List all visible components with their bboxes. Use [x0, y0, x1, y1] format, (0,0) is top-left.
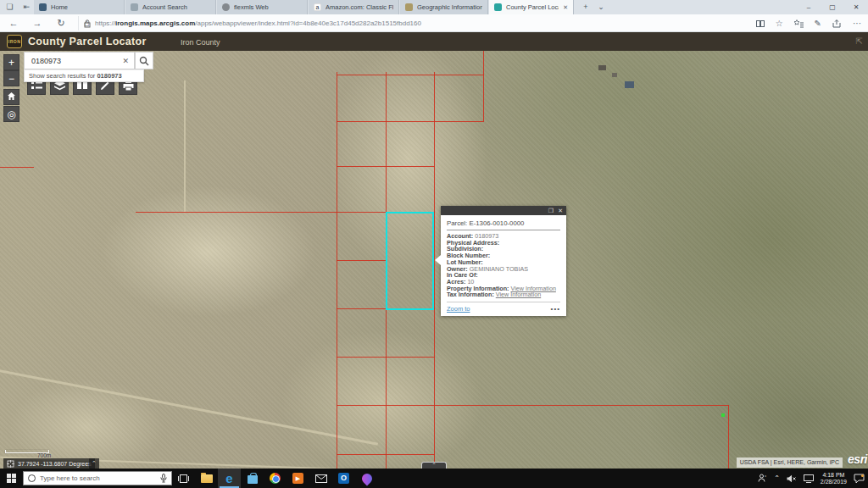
parcel-line: [337, 454, 435, 455]
app-title: County Parcel Locator: [28, 36, 147, 47]
svg-text:x: x: [765, 474, 766, 478]
microsoft-store-button[interactable]: [241, 469, 264, 488]
popup-field-tax-information: Tax Information: View Information: [447, 291, 560, 298]
action-center-icon[interactable]: [854, 474, 865, 484]
browser-tab-amazon[interactable]: a Amazon.com: Classic Flame: [309, 0, 399, 14]
taskbar-search-placeholder: Type here to search: [40, 474, 100, 482]
tab-close-icon[interactable]: ✕: [563, 4, 568, 11]
zoom-in-button[interactable]: +: [3, 54, 19, 70]
selected-parcel-outline[interactable]: [386, 212, 434, 310]
mail-button[interactable]: [309, 469, 332, 488]
tax-information-link[interactable]: View Information: [496, 291, 541, 298]
folder-icon: [201, 474, 213, 483]
people-icon[interactable]: x: [758, 474, 767, 483]
windows-taskbar: Type here to search e ▶ O x ⌃ 4:18 PM 2/…: [0, 469, 868, 488]
windows-logo-icon: [7, 474, 16, 483]
movies-tv-button[interactable]: ▶: [287, 469, 309, 488]
coordinate-widget-chevron-icon[interactable]: ⌃: [89, 458, 99, 469]
window-close-button[interactable]: ✕: [844, 0, 868, 14]
search-suggestion-item[interactable]: Show search results for 0180973: [24, 69, 144, 82]
tab-favicon: [39, 3, 47, 11]
browser-tab-account-search[interactable]: Account Search: [125, 0, 216, 14]
browser-tab-county-parcel-locator[interactable]: County Parcel Locator ✕: [489, 0, 574, 14]
clear-search-icon[interactable]: ✕: [122, 57, 134, 65]
tray-hidden-icons-chevron[interactable]: ⌃: [774, 474, 780, 482]
microphone-icon[interactable]: [160, 474, 167, 483]
screen: ❏ ⇤ Home Account Search flexmls Web a Am…: [0, 0, 868, 488]
zoom-out-button[interactable]: −: [3, 70, 19, 86]
browser-tab-flexmls[interactable]: flexmls Web: [217, 0, 308, 14]
favorite-star-icon[interactable]: ☆: [776, 19, 783, 28]
parcel-line: [386, 310, 387, 469]
outlook-button[interactable]: O: [332, 469, 355, 488]
parcel-line: [337, 75, 484, 75]
forward-icon[interactable]: →: [31, 17, 44, 30]
browser-tab-strip: ❏ ⇤ Home Account Search flexmls Web a Am…: [0, 0, 868, 14]
tab-favicon: [222, 3, 230, 11]
back-icon[interactable]: ←: [7, 17, 20, 30]
my-location-button[interactable]: ◎: [3, 106, 19, 122]
task-view-button[interactable]: [172, 469, 195, 488]
parcel-line: [337, 121, 484, 122]
default-extent-home-button[interactable]: [3, 89, 19, 105]
settings-more-icon[interactable]: ···: [853, 19, 861, 28]
parcel-line: [728, 405, 729, 469]
cortana-icon: [28, 474, 36, 482]
house-icon: [7, 92, 16, 101]
outlook-icon: O: [338, 473, 349, 484]
tab-preview-chevron-icon[interactable]: ⌄: [595, 2, 607, 13]
map-canvas[interactable]: + − ◎ ✕ Show search results for 01: [0, 51, 868, 469]
paint3d-button[interactable]: [355, 469, 378, 488]
parcel-line: [483, 51, 484, 121]
search-icon: [139, 56, 149, 66]
app-header: IRON County Parcel Locator Iron County ⇱: [0, 32, 868, 51]
share-icon[interactable]: [832, 19, 842, 28]
browser-tab-home[interactable]: Home: [34, 0, 125, 14]
dirt-road: [0, 367, 378, 446]
tabs-restore-icon[interactable]: ⇤: [21, 2, 32, 13]
reading-view-icon[interactable]: [756, 19, 765, 28]
building: [598, 65, 606, 70]
volume-muted-icon[interactable]: [787, 474, 797, 483]
envelope-icon: [315, 474, 327, 483]
tray-time: 4:18 PM: [821, 472, 847, 479]
building: [612, 73, 617, 77]
app-region-label: Iron County: [181, 38, 220, 47]
parcel-search-box[interactable]: ✕: [24, 52, 135, 69]
popup-maximize-icon[interactable]: ❐: [548, 206, 554, 215]
map-attribution: USDA FSA | Esri, HERE, Garmin, iPC: [737, 458, 843, 468]
tab-label: Geographic Information Sys: [417, 3, 482, 11]
tray-date: 2/28/2019: [821, 479, 847, 485]
crosshair-icon[interactable]: [7, 460, 14, 468]
taskbar-clock[interactable]: 4:18 PM 2/28/2019: [821, 472, 847, 485]
browser-tab-gis[interactable]: Geographic Information Sys: [400, 0, 488, 14]
zoom-to-link[interactable]: Zoom to: [447, 305, 470, 313]
taskbar-search-box[interactable]: Type here to search: [23, 471, 172, 485]
tab-label: Account Search: [142, 3, 187, 11]
system-tray: x ⌃ 4:18 PM 2/28/2019: [758, 472, 868, 485]
popup-close-icon[interactable]: ✕: [558, 206, 563, 215]
parcel-line: [337, 357, 435, 358]
tab-label: Amazon.com: Classic Flame: [326, 3, 393, 11]
attribute-table-open-tab[interactable]: ⌃: [421, 462, 447, 469]
start-button[interactable]: [0, 469, 23, 488]
window-maximize-button[interactable]: ▢: [821, 0, 844, 14]
parcel-search-input[interactable]: [25, 57, 109, 65]
new-tab-button[interactable]: +: [580, 2, 592, 13]
popup-title: Parcel: E-1306-0010-0000: [447, 218, 560, 230]
search-submit-button[interactable]: [135, 52, 153, 69]
tabs-set-aside-icon[interactable]: ❏: [4, 2, 15, 13]
chrome-button[interactable]: [264, 469, 287, 488]
popup-more-actions-icon[interactable]: •••: [551, 307, 560, 311]
refresh-icon[interactable]: ↻: [54, 17, 68, 30]
window-minimize-button[interactable]: –: [797, 0, 821, 14]
edge-browser-button[interactable]: e: [218, 469, 241, 488]
add-notes-pen-icon[interactable]: ✎: [815, 19, 821, 28]
url-field[interactable]: https://irongis.maps.arcgis.com/apps/web…: [78, 16, 752, 30]
hub-favorites-icon[interactable]: [794, 19, 804, 28]
network-icon[interactable]: [804, 474, 814, 483]
parcel-line: [434, 72, 435, 469]
popup-fields: Account: 0180973 Physical Address: Subdi…: [447, 233, 560, 298]
popup-anchor: [435, 255, 441, 265]
file-explorer-button[interactable]: [195, 469, 218, 488]
